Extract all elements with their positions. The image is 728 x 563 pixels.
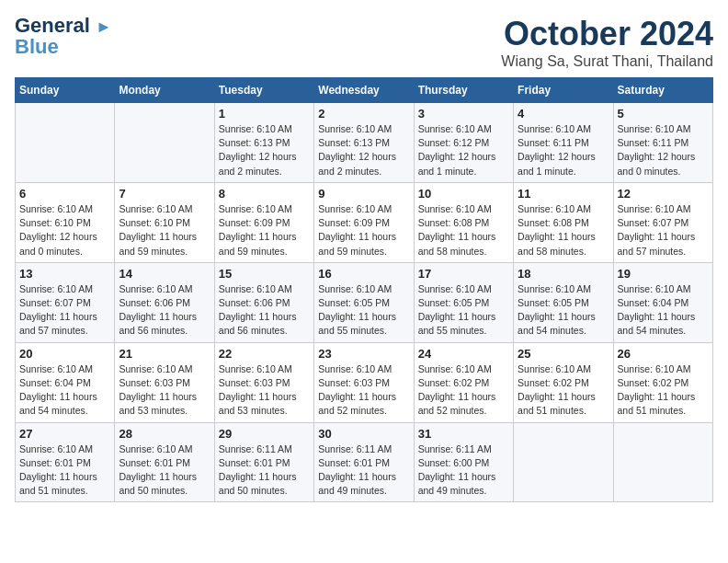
- weekday-header-monday: Monday: [115, 78, 214, 103]
- calendar-cell: 26Sunrise: 6:10 AM Sunset: 6:02 PM Dayli…: [613, 342, 712, 422]
- calendar-cell: 22Sunrise: 6:10 AM Sunset: 6:03 PM Dayli…: [214, 342, 313, 422]
- calendar-cell: 6Sunrise: 6:10 AM Sunset: 6:10 PM Daylig…: [16, 182, 115, 262]
- day-detail: Sunrise: 6:10 AM Sunset: 6:08 PM Dayligh…: [418, 202, 509, 259]
- day-detail: Sunrise: 6:10 AM Sunset: 6:09 PM Dayligh…: [219, 202, 310, 259]
- logo-blue: Blue: [15, 37, 59, 57]
- calendar-cell: 29Sunrise: 6:11 AM Sunset: 6:01 PM Dayli…: [214, 422, 313, 502]
- day-number: 14: [119, 267, 210, 281]
- calendar-cell: 10Sunrise: 6:10 AM Sunset: 6:08 PM Dayli…: [414, 182, 513, 262]
- day-detail: Sunrise: 6:10 AM Sunset: 6:07 PM Dayligh…: [19, 282, 110, 339]
- calendar-cell: [16, 103, 115, 183]
- day-detail: Sunrise: 6:10 AM Sunset: 6:04 PM Dayligh…: [618, 282, 709, 339]
- day-detail: Sunrise: 6:10 AM Sunset: 6:02 PM Dayligh…: [618, 362, 709, 419]
- day-detail: Sunrise: 6:10 AM Sunset: 6:01 PM Dayligh…: [119, 442, 210, 499]
- day-number: 26: [618, 347, 709, 361]
- calendar-cell: 31Sunrise: 6:11 AM Sunset: 6:00 PM Dayli…: [414, 422, 513, 502]
- day-number: 3: [418, 107, 509, 121]
- calendar-cell: 27Sunrise: 6:10 AM Sunset: 6:01 PM Dayli…: [16, 422, 115, 502]
- day-number: 16: [318, 267, 409, 281]
- calendar-cell: 5Sunrise: 6:10 AM Sunset: 6:11 PM Daylig…: [613, 103, 712, 183]
- calendar-cell: 21Sunrise: 6:10 AM Sunset: 6:03 PM Dayli…: [115, 342, 214, 422]
- day-detail: Sunrise: 6:10 AM Sunset: 6:07 PM Dayligh…: [618, 202, 709, 259]
- day-number: 4: [518, 107, 609, 121]
- day-detail: Sunrise: 6:10 AM Sunset: 6:04 PM Dayligh…: [19, 362, 110, 419]
- day-number: 12: [618, 187, 709, 201]
- weekday-header-sunday: Sunday: [16, 78, 115, 103]
- day-number: 31: [418, 427, 509, 441]
- day-number: 20: [19, 347, 110, 361]
- calendar-cell: [613, 422, 712, 502]
- calendar-cell: 30Sunrise: 6:11 AM Sunset: 6:01 PM Dayli…: [314, 422, 414, 502]
- day-detail: Sunrise: 6:10 AM Sunset: 6:10 PM Dayligh…: [19, 202, 110, 259]
- day-number: 13: [19, 267, 110, 281]
- day-number: 27: [19, 427, 110, 441]
- day-detail: Sunrise: 6:10 AM Sunset: 6:13 PM Dayligh…: [318, 122, 409, 178]
- day-number: 18: [518, 267, 609, 281]
- calendar-cell: [115, 103, 214, 183]
- day-number: 17: [418, 267, 509, 281]
- day-number: 24: [418, 347, 509, 361]
- day-number: 10: [418, 187, 509, 201]
- calendar-table: SundayMondayTuesdayWednesdayThursdayFrid…: [15, 77, 713, 502]
- calendar-cell: 1Sunrise: 6:10 AM Sunset: 6:13 PM Daylig…: [214, 103, 313, 183]
- calendar-cell: 23Sunrise: 6:10 AM Sunset: 6:03 PM Dayli…: [314, 342, 414, 422]
- calendar-cell: 3Sunrise: 6:10 AM Sunset: 6:12 PM Daylig…: [414, 103, 513, 183]
- calendar-cell: [514, 422, 613, 502]
- day-number: 21: [119, 347, 210, 361]
- day-number: 15: [219, 267, 310, 281]
- day-detail: Sunrise: 6:11 AM Sunset: 6:01 PM Dayligh…: [318, 442, 409, 499]
- day-detail: Sunrise: 6:10 AM Sunset: 6:11 PM Dayligh…: [618, 122, 709, 178]
- calendar-cell: 12Sunrise: 6:10 AM Sunset: 6:07 PM Dayli…: [613, 182, 712, 262]
- day-number: 25: [518, 347, 609, 361]
- calendar-cell: 17Sunrise: 6:10 AM Sunset: 6:05 PM Dayli…: [414, 262, 513, 342]
- day-detail: Sunrise: 6:10 AM Sunset: 6:03 PM Dayligh…: [318, 362, 409, 419]
- day-number: 29: [219, 427, 310, 441]
- day-detail: Sunrise: 6:10 AM Sunset: 6:03 PM Dayligh…: [119, 362, 210, 419]
- calendar-cell: 15Sunrise: 6:10 AM Sunset: 6:06 PM Dayli…: [214, 262, 313, 342]
- day-number: 30: [318, 427, 409, 441]
- calendar-cell: 18Sunrise: 6:10 AM Sunset: 6:05 PM Dayli…: [514, 262, 613, 342]
- calendar-cell: 28Sunrise: 6:10 AM Sunset: 6:01 PM Dayli…: [115, 422, 214, 502]
- calendar-cell: 13Sunrise: 6:10 AM Sunset: 6:07 PM Dayli…: [16, 262, 115, 342]
- calendar-cell: 11Sunrise: 6:10 AM Sunset: 6:08 PM Dayli…: [514, 182, 613, 262]
- day-number: 2: [318, 107, 409, 121]
- weekday-header-wednesday: Wednesday: [314, 78, 414, 103]
- day-detail: Sunrise: 6:11 AM Sunset: 6:00 PM Dayligh…: [418, 442, 509, 499]
- calendar-cell: 25Sunrise: 6:10 AM Sunset: 6:02 PM Dayli…: [514, 342, 613, 422]
- calendar-cell: 2Sunrise: 6:10 AM Sunset: 6:13 PM Daylig…: [314, 103, 414, 183]
- day-number: 9: [318, 187, 409, 201]
- weekday-header-friday: Friday: [514, 78, 613, 103]
- day-detail: Sunrise: 6:10 AM Sunset: 6:13 PM Dayligh…: [219, 122, 310, 178]
- calendar-cell: 7Sunrise: 6:10 AM Sunset: 6:10 PM Daylig…: [115, 182, 214, 262]
- day-detail: Sunrise: 6:10 AM Sunset: 6:05 PM Dayligh…: [518, 282, 609, 339]
- day-number: 8: [219, 187, 310, 201]
- weekday-header-saturday: Saturday: [613, 78, 712, 103]
- day-detail: Sunrise: 6:10 AM Sunset: 6:06 PM Dayligh…: [219, 282, 310, 339]
- calendar-cell: 20Sunrise: 6:10 AM Sunset: 6:04 PM Dayli…: [16, 342, 115, 422]
- logo-bird-icon: ►: [96, 17, 112, 36]
- day-detail: Sunrise: 6:10 AM Sunset: 6:05 PM Dayligh…: [418, 282, 509, 339]
- day-detail: Sunrise: 6:10 AM Sunset: 6:11 PM Dayligh…: [518, 122, 609, 178]
- day-detail: Sunrise: 6:10 AM Sunset: 6:12 PM Dayligh…: [418, 122, 509, 178]
- weekday-header-tuesday: Tuesday: [214, 78, 313, 103]
- day-number: 28: [119, 427, 210, 441]
- day-detail: Sunrise: 6:10 AM Sunset: 6:03 PM Dayligh…: [219, 362, 310, 419]
- calendar-cell: 16Sunrise: 6:10 AM Sunset: 6:05 PM Dayli…: [314, 262, 414, 342]
- day-detail: Sunrise: 6:10 AM Sunset: 6:01 PM Dayligh…: [19, 442, 110, 499]
- calendar-cell: 9Sunrise: 6:10 AM Sunset: 6:09 PM Daylig…: [314, 182, 414, 262]
- calendar-cell: 19Sunrise: 6:10 AM Sunset: 6:04 PM Dayli…: [613, 262, 712, 342]
- logo-general: General: [15, 14, 90, 37]
- calendar-cell: 14Sunrise: 6:10 AM Sunset: 6:06 PM Dayli…: [115, 262, 214, 342]
- day-number: 1: [219, 107, 310, 121]
- page-header: General ► Blue October 2024 Wiang Sa, Su…: [15, 15, 713, 70]
- day-detail: Sunrise: 6:10 AM Sunset: 6:09 PM Dayligh…: [318, 202, 409, 259]
- day-detail: Sunrise: 6:10 AM Sunset: 6:08 PM Dayligh…: [518, 202, 609, 259]
- day-number: 22: [219, 347, 310, 361]
- day-detail: Sunrise: 6:10 AM Sunset: 6:02 PM Dayligh…: [518, 362, 609, 419]
- day-number: 6: [19, 187, 110, 201]
- calendar-cell: 8Sunrise: 6:10 AM Sunset: 6:09 PM Daylig…: [214, 182, 313, 262]
- day-detail: Sunrise: 6:11 AM Sunset: 6:01 PM Dayligh…: [219, 442, 310, 499]
- month-title: October 2024: [501, 15, 713, 53]
- calendar-cell: 4Sunrise: 6:10 AM Sunset: 6:11 PM Daylig…: [514, 103, 613, 183]
- day-number: 11: [518, 187, 609, 201]
